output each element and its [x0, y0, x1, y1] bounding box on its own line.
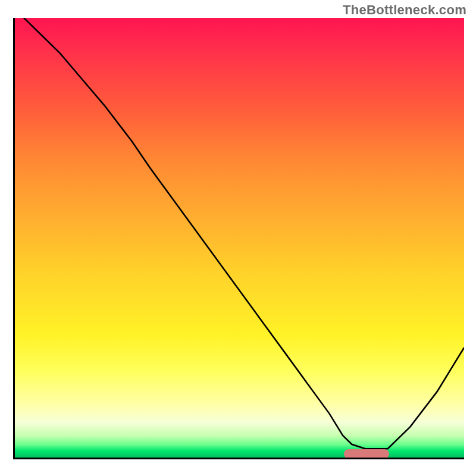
optimal-range-marker	[344, 449, 389, 459]
chart-curve-svg	[15, 18, 464, 458]
bottleneck-curve-path	[15, 18, 464, 449]
chart-plot-area	[13, 18, 464, 459]
watermark-text: TheBottleneck.com	[343, 2, 466, 18]
